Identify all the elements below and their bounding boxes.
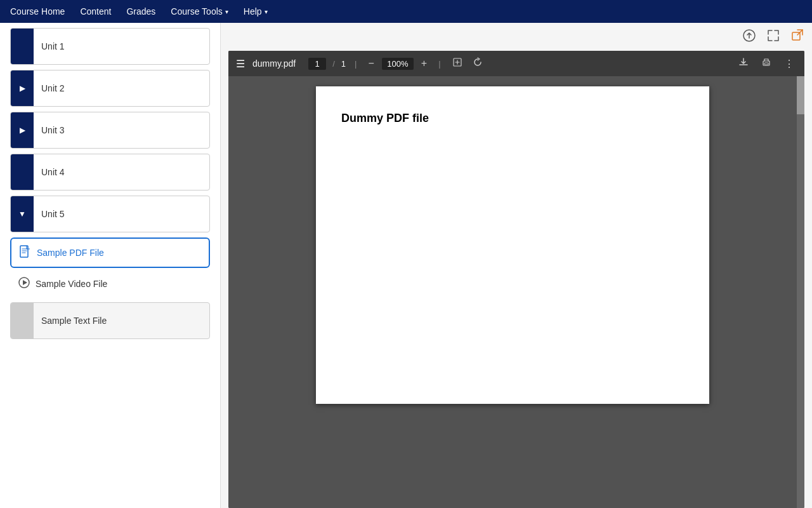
pdf-viewer-toolbar: ☰ dummy.pdf / 1 | − + |: [228, 51, 804, 76]
unit4-item[interactable]: Unit 4: [10, 154, 210, 190]
sample-video-item[interactable]: Sample Video File: [10, 271, 210, 297]
unit3-chevron-icon: ▶: [20, 126, 25, 135]
pdf-scrollbar-thumb[interactable]: [797, 76, 804, 114]
pdf-scrollbar[interactable]: [797, 76, 804, 508]
nav-content[interactable]: Content: [80, 6, 111, 17]
pdf-content-wrapper: Dummy PDF file: [228, 76, 804, 508]
pdf-file-icon: [19, 245, 32, 260]
help-chevron-icon: ▾: [265, 8, 268, 15]
unit1-tab: [11, 29, 34, 64]
nav-course-tools[interactable]: Course Tools ▾: [171, 6, 228, 17]
unit3-label: Unit 3: [34, 125, 209, 135]
sample-text-item[interactable]: Sample Text File: [10, 302, 210, 339]
external-link-icon[interactable]: [790, 28, 804, 46]
unit4-tab: [11, 154, 34, 190]
sample-pdf-item[interactable]: Sample PDF File: [10, 237, 210, 268]
unit5-chevron-icon: ▼: [18, 210, 26, 218]
pdf-page: Dummy PDF file: [316, 86, 709, 404]
sample-video-label: Sample Video File: [36, 279, 107, 289]
main-layout: Unit 1 ▶ Unit 2 ▶ Unit 3 Unit 4 ▼ Unit: [0, 23, 812, 508]
pdf-page-area[interactable]: Dummy PDF file: [228, 76, 797, 508]
expand-icon[interactable]: [766, 29, 780, 46]
pdf-total-pages: 1: [341, 59, 346, 69]
unit2-chevron-icon: ▶: [20, 84, 25, 93]
unit3-tab: ▶: [11, 112, 34, 148]
unit2-tab: ▶: [11, 70, 34, 106]
sample-text-label: Sample Text File: [34, 316, 209, 326]
pdf-more-button[interactable]: ⋮: [782, 57, 797, 71]
pdf-page-separator: /: [332, 59, 335, 69]
pdf-viewer: ☰ dummy.pdf / 1 | − + |: [228, 51, 804, 508]
unit1-label: Unit 1: [34, 41, 209, 51]
pdf-filename: dummy.pdf: [252, 58, 296, 69]
pdf-divider: |: [355, 59, 357, 69]
unit3-item[interactable]: ▶ Unit 3: [10, 112, 210, 149]
unit4-label: Unit 4: [34, 167, 209, 177]
nav-help[interactable]: Help ▾: [244, 6, 268, 17]
pdf-rotate-button[interactable]: [470, 56, 485, 71]
pdf-zoom-out-button[interactable]: −: [365, 57, 376, 70]
video-file-icon: [18, 277, 30, 291]
unit5-sub-items: Sample PDF File Sample Video File: [0, 237, 220, 297]
pdf-download-button[interactable]: [736, 56, 751, 71]
pdf-print-button[interactable]: [759, 56, 774, 71]
pdf-content-title: Dummy PDF file: [341, 112, 684, 125]
nav-course-home[interactable]: Course Home: [10, 6, 65, 17]
svg-marker-2: [23, 280, 27, 285]
pdf-divider2: |: [438, 59, 440, 69]
course-tools-chevron-icon: ▾: [225, 8, 228, 15]
unit5-label: Unit 5: [34, 209, 209, 219]
unit5-tab: ▼: [11, 196, 34, 232]
pdf-menu-icon[interactable]: ☰: [236, 58, 245, 70]
content-area: ☰ dummy.pdf / 1 | − + |: [221, 23, 812, 508]
upload-icon[interactable]: [742, 29, 756, 46]
unit5-item[interactable]: ▼ Unit 5: [10, 196, 210, 232]
pdf-toolbar-icons: [742, 28, 804, 46]
pdf-page-input[interactable]: [308, 58, 326, 70]
top-navigation: Course Home Content Grades Course Tools …: [0, 0, 812, 23]
unit2-item[interactable]: ▶ Unit 2: [10, 70, 210, 107]
pdf-zoom-in-button[interactable]: +: [419, 57, 429, 70]
unit1-item[interactable]: Unit 1: [10, 28, 210, 65]
pdf-fit-button[interactable]: [450, 56, 465, 71]
pdf-zoom-input[interactable]: [382, 58, 414, 70]
nav-grades[interactable]: Grades: [126, 6, 155, 17]
sample-pdf-label: Sample PDF File: [37, 248, 104, 258]
sample-text-tab: [11, 303, 34, 338]
sidebar: Unit 1 ▶ Unit 2 ▶ Unit 3 Unit 4 ▼ Unit: [0, 23, 221, 508]
pdf-toolbar-right: ⋮: [736, 56, 797, 71]
svg-rect-7: [764, 63, 768, 65]
unit2-label: Unit 2: [34, 83, 209, 93]
